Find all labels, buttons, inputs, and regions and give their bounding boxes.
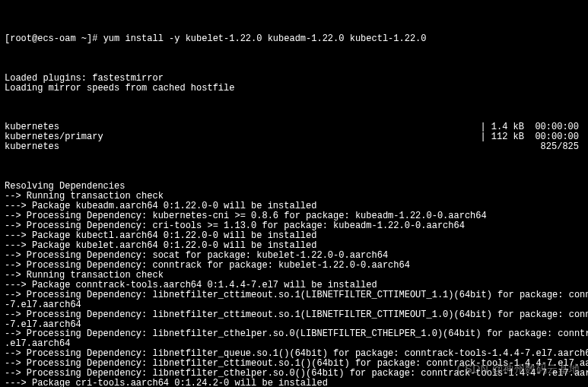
shell-prompt: [root@ecs-oam ~]# <box>5 33 103 44</box>
output-line: ---> Package conntrack-tools.aarch64 0:1… <box>5 281 583 290</box>
output-line: --> Processing Dependency: cri-tools >= … <box>5 221 583 231</box>
shell-command: yum install -y kubelet-1.22.0 kubeadm-1.… <box>103 33 427 44</box>
output-line: --> Processing Dependency: socat for pac… <box>5 251 583 261</box>
output-line: --> Running transaction check <box>5 271 583 281</box>
repo-name: kubernetes <box>5 142 59 152</box>
output-line: Loaded plugins: fastestmirror <box>5 74 583 84</box>
output-line: --> Processing Dependency: libnetfilter_… <box>5 310 583 320</box>
output-line: --> Processing Dependency: libnetfilter_… <box>5 290 583 300</box>
repo-progress: 825/825 <box>541 142 583 152</box>
output-line: --> Processing Dependency: libnetfilter_… <box>5 329 583 339</box>
output-line: Loading mirror speeds from cached hostfi… <box>5 84 583 94</box>
output-line: ---> Package kubectl.aarch64 0:1.22.0-0 … <box>5 231 583 241</box>
output-line: -7.el7.aarch64 <box>5 300 583 310</box>
output-line: ---> Package kubelet.aarch64 0:1.22.0-0 … <box>5 241 583 251</box>
repo-status-row: kubernetes825/825 <box>5 142 583 152</box>
terminal-output[interactable]: [root@ecs-oam ~]# yum install -y kubelet… <box>0 0 588 387</box>
repo-status-row: kubernetes/primary| 112 kB 00:00:00 <box>5 132 583 142</box>
output-line: ---> Package cri-tools.aarch64 0:1.24.2-… <box>5 379 583 387</box>
command-line: [root@ecs-oam ~]# yum install -y kubelet… <box>5 34 583 44</box>
output-line: --> Processing Dependency: conntrack for… <box>5 261 583 271</box>
